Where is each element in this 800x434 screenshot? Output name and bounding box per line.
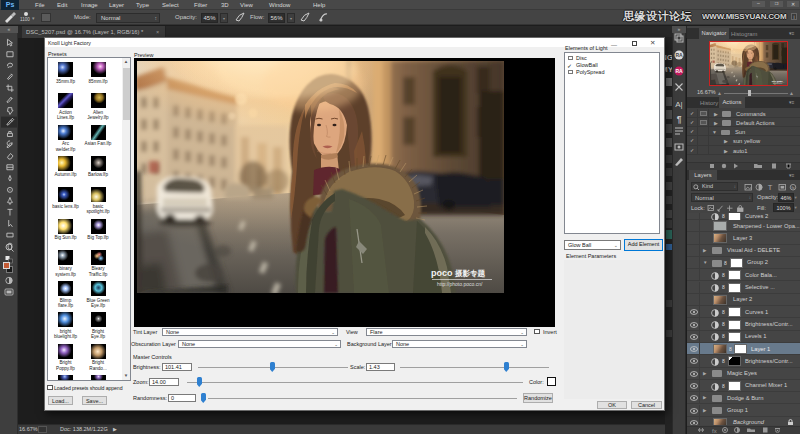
- svg-text:¶: ¶: [677, 114, 682, 124]
- svg-text:RA: RA: [675, 68, 683, 74]
- svg-text:RA: RA: [675, 52, 683, 58]
- svg-text:poco 摄影专题: poco 摄影专题: [431, 268, 486, 278]
- svg-text:fx: fx: [712, 428, 717, 434]
- svg-text:T: T: [768, 183, 773, 191]
- svg-text:fx: fx: [791, 185, 794, 190]
- svg-text:http://photo.poco.cn/: http://photo.poco.cn/: [437, 281, 483, 287]
- svg-text:A|: A|: [675, 100, 682, 109]
